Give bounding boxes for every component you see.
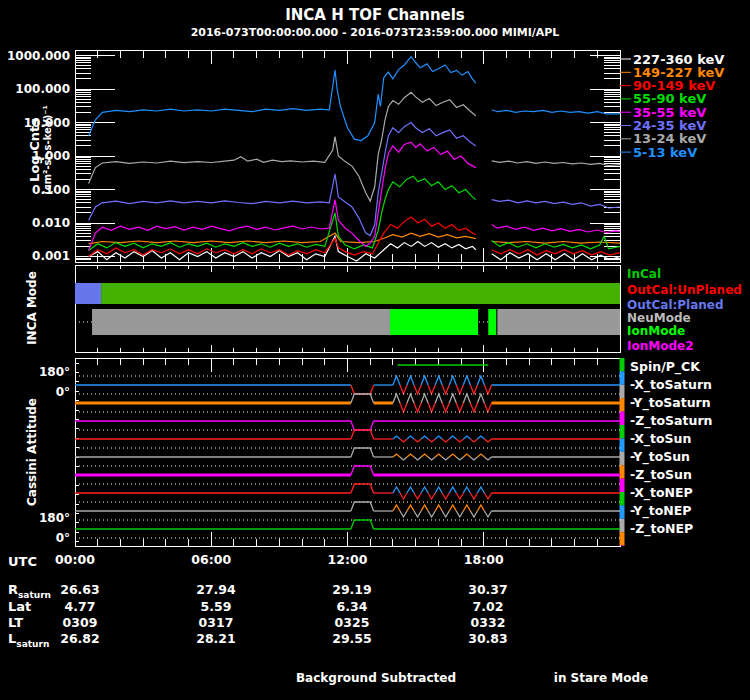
cal-mode-bar-segment (75, 283, 101, 304)
attitude-legend-label: -Z_toSaturn (630, 413, 712, 429)
ion-neu-mode-bar-segment (488, 309, 496, 335)
mode-legend-label: InCal (627, 267, 661, 281)
table-value: 7.02 (473, 599, 504, 614)
table-row-label-lt: LT (8, 615, 23, 630)
ytick-label: 0.001 (32, 249, 70, 263)
ion-neu-mode-bar-segment (497, 309, 620, 335)
attitude-row-X_toNEP (75, 484, 620, 499)
mode-panel-bars (75, 283, 620, 335)
attitude-row-Y_toSaturn (75, 394, 620, 412)
plot-canvas: 1000.000100.00010.0001.0000.1000.0100.00… (0, 0, 750, 700)
ytick-label: 100.000 (15, 82, 70, 96)
inca-plot-window: INCA H TOF Channels 2016-073T00:00:00.00… (0, 0, 750, 700)
table-value: 29.55 (332, 631, 372, 646)
attitude-legend-label: -Y_toSun (630, 449, 690, 465)
attitude-legend-label: -X_toSaturn (630, 377, 712, 393)
ephemeris-table-values: 26.6327.9429.1930.374.775.596.347.020309… (60, 582, 508, 646)
attitude-legend-label: Spin/P_CK (630, 359, 701, 375)
table-value: 0332 (471, 615, 506, 630)
legend-label: 5-13 keV (633, 145, 697, 160)
table-value: 29.19 (332, 582, 372, 597)
table-row-label-l-saturn: Lsaturn (8, 631, 49, 649)
utc-tick-labels: 00:0006:0012:0018:00 (55, 552, 504, 567)
ion-neu-mode-bar-segment (390, 309, 478, 335)
attitude-legend-label: -Y_toNEP (630, 503, 691, 519)
series-5-13-keV (89, 57, 620, 141)
table-value: 30.83 (468, 631, 508, 646)
utc-tick-label: 00:00 (55, 552, 95, 567)
attitude-row-X_toSaturn (75, 376, 620, 394)
utc-tick-label: 06:00 (191, 552, 231, 567)
footer-stare-mode: in Stare Mode (554, 671, 648, 685)
attitude-legend: Spin/P_CK-X_toSaturn-Y_toSaturn-Z_toSatu… (630, 359, 712, 537)
series-55-90-keV (89, 176, 620, 250)
table-value: 6.34 (337, 599, 368, 614)
table-value: 27.94 (196, 582, 236, 597)
attitude-legend-label: -Z_toSun (630, 467, 692, 483)
mode-legend-label: OutCal:UnPlaned (627, 283, 742, 297)
ion-neu-mode-bar-segment (92, 309, 390, 335)
attitude-legend-label: -Z_toNEP (630, 521, 693, 537)
top-panel-y-axis-label: Log Cnts (cm²-sr-s-keV)⁻¹ (27, 105, 53, 195)
table-value: 26.82 (60, 631, 100, 646)
attitude-row-X_toSun (75, 430, 620, 442)
attitude-legend-label: -X_toNEP (630, 485, 693, 501)
table-value: 4.77 (65, 599, 96, 614)
mode-legend-label: IonMode2 (627, 339, 694, 353)
degree-tick-label: 0° (56, 531, 70, 545)
table-value: 0317 (199, 615, 234, 630)
ytick-label: 1000.000 (7, 49, 70, 63)
table-value: 0325 (335, 615, 370, 630)
attitude-panel-traces (75, 358, 622, 546)
table-value: 0309 (63, 615, 98, 630)
table-row-label-r-saturn: Rsaturn (8, 582, 51, 600)
mode-panel-y-axis-label: INCA Mode (25, 271, 39, 345)
top-panel-series (89, 57, 620, 261)
series-90-149-keV (89, 217, 620, 256)
table-value: 26.63 (60, 582, 100, 597)
degree-tick-label: 0° (56, 385, 70, 399)
attitude-ytick-labels: 180°0°180°0° (39, 365, 70, 545)
mode-panel-legend: InCalOutCal:UnPlanedOutCal:PlanedNeuMode… (627, 267, 742, 353)
top-panel-legend: 227-360 keV149-227 keV90-149 keV55-90 ke… (620, 52, 724, 160)
mode-legend-label: NeuMode (627, 311, 691, 325)
attitude-row-Z_toSaturn (75, 412, 620, 430)
table-value: 5.59 (201, 599, 232, 614)
degree-tick-label: 180° (39, 511, 70, 525)
series-13-24-keV (89, 92, 620, 201)
table-row-label-lat: Lat (8, 599, 31, 614)
utc-tick-label: 12:00 (328, 552, 368, 567)
attitude-row-Z_toSun (75, 466, 620, 475)
mode-legend-label: IonMode (627, 324, 685, 338)
footer-background-subtracted: Background Subtracted (296, 671, 456, 685)
mode-legend-label: OutCal:Planed (627, 298, 724, 312)
attitude-row-Y_toNEP (75, 502, 620, 517)
ytick-label: 0.010 (32, 216, 70, 230)
y-axis-label-line2: (cm²-sr-s-keV)⁻¹ (42, 105, 53, 195)
utc-tick-label: 18:00 (464, 552, 504, 567)
degree-tick-label: 180° (39, 365, 70, 379)
series-35-55-keV (89, 142, 620, 251)
attitude-legend-label: -Y_toSaturn (630, 395, 711, 411)
cal-mode-bar-segment (101, 283, 620, 304)
y-axis-label-line1: Log Cnts (27, 105, 42, 195)
table-value: 28.21 (196, 631, 236, 646)
attitude-legend-label: -X_toSun (630, 431, 691, 447)
attitude-row-Z_toNEP (75, 520, 620, 529)
attitude-panel-y-axis-label: Cassini Attitude (25, 398, 39, 506)
attitude-row-Y_toSun (75, 448, 620, 460)
utc-axis-caption: UTC (8, 554, 37, 569)
table-value: 30.37 (468, 582, 508, 597)
